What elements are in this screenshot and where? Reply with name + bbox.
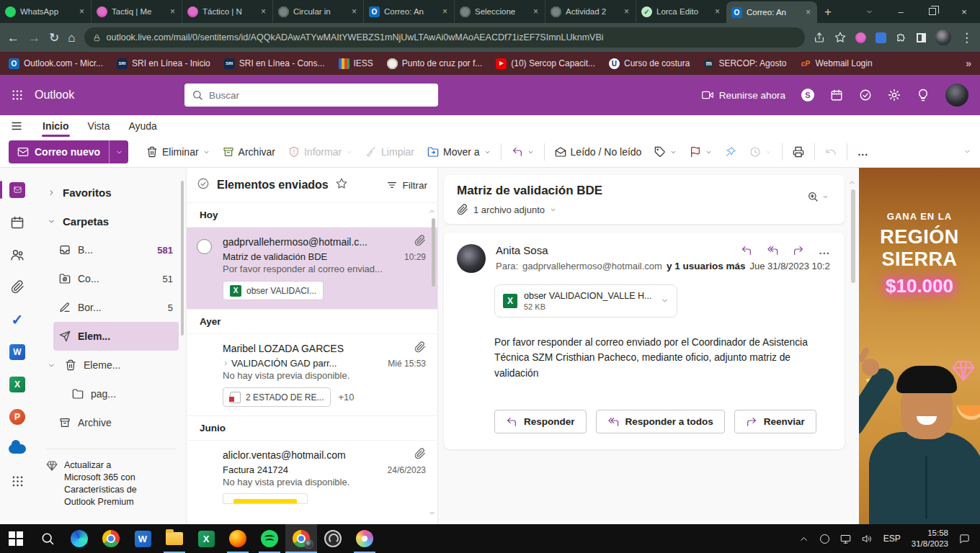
browser-tab-whatsapp[interactable]: WhatsApp × bbox=[0, 0, 91, 23]
reply-icon[interactable] bbox=[741, 245, 752, 256]
language-indicator[interactable]: ESP bbox=[883, 534, 901, 544]
report-button[interactable]: Informar bbox=[282, 140, 359, 163]
rail-more-apps[interactable] bbox=[0, 465, 35, 498]
account-avatar[interactable] bbox=[945, 84, 968, 107]
restore-button[interactable] bbox=[917, 0, 948, 23]
folder-pane-scrollbar[interactable] bbox=[181, 181, 184, 336]
taskbar-edge[interactable] bbox=[63, 524, 95, 553]
list-scroll-down-icon[interactable] bbox=[428, 507, 436, 520]
categorize-button[interactable] bbox=[648, 140, 683, 163]
action-center-icon[interactable] bbox=[959, 534, 970, 544]
folder-junk[interactable]: Co... 51 bbox=[53, 264, 179, 293]
extensions-puzzle-icon[interactable] bbox=[896, 32, 907, 43]
browser-profile-avatar[interactable] bbox=[935, 30, 951, 45]
list-scrollbar[interactable] bbox=[432, 218, 435, 287]
more-recipients[interactable]: y 1 usuarios más bbox=[667, 261, 746, 271]
tab-vista[interactable]: Vista bbox=[79, 115, 120, 137]
rail-todo[interactable]: ✓ bbox=[0, 303, 35, 336]
mail-item[interactable]: aliclor.ventas@hotmail.com Factura 24172… bbox=[187, 440, 437, 504]
search-input[interactable] bbox=[209, 90, 431, 101]
print-button[interactable] bbox=[786, 140, 811, 163]
rail-excel[interactable]: X bbox=[0, 368, 35, 400]
my-day-icon[interactable] bbox=[859, 89, 872, 102]
upgrade-banner[interactable]: Actualizar a Microsoft 365 con Caracterí… bbox=[46, 449, 176, 508]
hamburger-menu-icon[interactable] bbox=[0, 120, 33, 132]
taskbar-spotify[interactable] bbox=[254, 524, 285, 553]
flag-button[interactable] bbox=[683, 140, 718, 163]
bookmark-iess[interactable]: IESS bbox=[339, 58, 373, 69]
attachment-options-icon[interactable] bbox=[661, 295, 669, 307]
forward-icon[interactable]: → bbox=[28, 32, 40, 44]
read-unread-button[interactable]: Leído / No leído bbox=[548, 140, 649, 163]
select-message-radio[interactable] bbox=[197, 239, 212, 254]
new-tab-button[interactable]: + bbox=[817, 1, 839, 23]
mail-item[interactable]: Maribel LOZADA GARCES VALIDACIÓN GAD par… bbox=[187, 333, 437, 415]
taskbar-search[interactable] bbox=[32, 524, 63, 553]
tab-close-icon[interactable]: × bbox=[532, 6, 540, 17]
home-icon[interactable]: ⌂ bbox=[68, 32, 75, 44]
zoom-control[interactable] bbox=[807, 191, 829, 202]
list-scroll-up-icon[interactable] bbox=[428, 205, 436, 218]
back-icon[interactable]: ← bbox=[7, 32, 19, 44]
start-button[interactable] bbox=[0, 524, 32, 553]
rail-powerpoint[interactable]: P bbox=[0, 400, 35, 433]
tab-search-icon[interactable] bbox=[853, 0, 885, 23]
bookmark-sercop-youtube[interactable]: (10) Sercop Capacit... bbox=[496, 58, 595, 69]
bookmark-sercop-agosto[interactable]: mSERCOP: Agosto bbox=[703, 58, 786, 69]
new-mail-button[interactable]: Correo nuevo bbox=[9, 140, 128, 163]
taskbar-firefox[interactable] bbox=[222, 524, 254, 553]
bookmark-webmail[interactable]: cPWebmail Login bbox=[800, 58, 872, 69]
group-header-hoy[interactable]: Hoy bbox=[187, 202, 437, 227]
taskbar-obs[interactable] bbox=[317, 524, 349, 553]
sender-avatar[interactable] bbox=[457, 244, 486, 273]
collapse-ribbon-icon[interactable] bbox=[963, 145, 971, 158]
bookmark-sri-consultas[interactable]: SRISRI en Línea - Cons... bbox=[224, 58, 325, 69]
browser-tab-tactico[interactable]: Táctico | N × bbox=[182, 0, 272, 23]
snooze-button[interactable] bbox=[743, 140, 778, 163]
rail-calendar[interactable] bbox=[0, 206, 35, 238]
folder-deleted-items[interactable]: Eleme... bbox=[42, 351, 179, 379]
folder-inbox[interactable]: B... 581 bbox=[53, 235, 179, 264]
translate-extension-icon[interactable] bbox=[876, 32, 886, 43]
more-actions-icon[interactable]: ... bbox=[819, 244, 830, 256]
browser-tab-correo-1[interactable]: O Correo: An × bbox=[363, 0, 454, 23]
folders-section[interactable]: Carpetas bbox=[35, 207, 186, 235]
reading-scroll-up-icon[interactable] bbox=[848, 176, 856, 189]
share-icon[interactable] bbox=[814, 32, 825, 43]
tab-close-icon[interactable]: × bbox=[169, 6, 177, 17]
tactiq-extension-icon[interactable] bbox=[855, 32, 866, 43]
address-bar[interactable]: outlook.live.com/mail/0/sentitems/id/AQQ… bbox=[84, 27, 805, 48]
bookmark-sri-inicio[interactable]: SRISRI en Línea - Inicio bbox=[117, 58, 210, 69]
taskbar-chrome[interactable] bbox=[95, 524, 127, 553]
taskbar-word[interactable]: W bbox=[127, 524, 159, 553]
browser-tab-correo-active[interactable]: O Correo: An × bbox=[726, 1, 817, 23]
rail-people[interactable] bbox=[0, 238, 35, 271]
browser-tab-circular[interactable]: Circular in × bbox=[272, 0, 363, 23]
pin-button[interactable] bbox=[718, 140, 743, 163]
delete-button[interactable]: Eliminar bbox=[140, 140, 216, 163]
folder-archive[interactable]: Archive bbox=[53, 408, 179, 437]
noteflow-icon[interactable] bbox=[830, 89, 843, 102]
forward-button[interactable]: Reenviar bbox=[734, 410, 816, 433]
sweep-button[interactable]: Limpiar bbox=[359, 140, 421, 163]
reply-button[interactable]: Responder bbox=[494, 410, 587, 433]
bookmark-star-icon[interactable] bbox=[834, 32, 846, 43]
browser-tab-actividad[interactable]: Actividad 2 × bbox=[545, 0, 636, 23]
chevron-down-icon[interactable] bbox=[48, 361, 58, 369]
select-all-icon[interactable] bbox=[197, 177, 210, 193]
bookmarks-overflow-icon[interactable]: » bbox=[966, 58, 971, 69]
group-header-ayer[interactable]: Ayer bbox=[187, 309, 437, 333]
browser-tab-tactiq[interactable]: Tactiq | Me × bbox=[91, 0, 182, 23]
volume-icon[interactable] bbox=[862, 534, 873, 544]
tab-inicio[interactable]: Inicio bbox=[33, 115, 79, 137]
bookmark-punto-cruz[interactable]: Punto de cruz por f... bbox=[387, 58, 482, 69]
folder-drafts[interactable]: Bor... 5 bbox=[53, 293, 179, 322]
forward-icon[interactable] bbox=[793, 245, 804, 256]
taskbar-file-explorer[interactable] bbox=[159, 524, 190, 553]
rail-mail[interactable] bbox=[0, 174, 35, 206]
tab-close-icon[interactable]: × bbox=[78, 6, 86, 17]
tab-close-icon[interactable]: × bbox=[259, 6, 267, 17]
expand-conversation-icon[interactable] bbox=[223, 360, 229, 367]
tab-close-icon[interactable]: × bbox=[804, 7, 812, 17]
tray-expand-icon[interactable] bbox=[798, 534, 809, 544]
